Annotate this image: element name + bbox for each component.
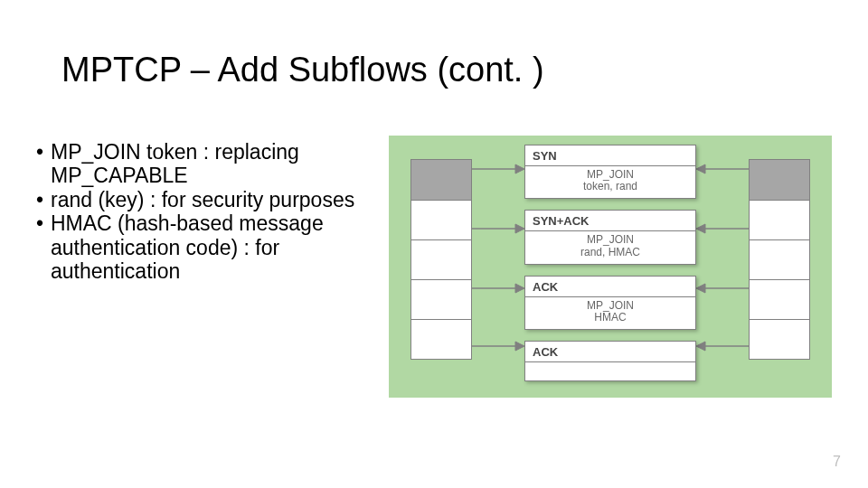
message-option: MP_JOINHMAC [525,297,695,324]
bullet-item: • HMAC (hash-based message authenticatio… [36,211,380,283]
slide: MPTCP – Add Subflows (cont. ) • MP_JOIN … [0,0,868,488]
arrow-right-icon [472,338,524,354]
message-option: MP_JOINrand, HMAC [525,231,695,258]
arrow-left-icon [696,338,749,354]
host-a-head [410,159,472,201]
host-b-slot [749,320,810,360]
bullet-dot: • [36,140,51,188]
message-box: SYN+ACK MP_JOINrand, HMAC [524,210,696,264]
message-box: ACK MP_JOINHMAC [524,276,696,330]
handshake-diagram: SYN MP_JOINtoken, rand SYN+ACK MP_JOINra… [389,136,832,398]
host-b-slot [749,201,810,240]
message-option: MP_JOINtoken, rand [525,166,695,192]
bullet-list: • MP_JOIN token : replacing MP_CAPABLE •… [36,140,380,284]
slide-title: MPTCP – Add Subflows (cont. ) [61,51,544,89]
svg-marker-1 [515,164,524,174]
svg-marker-13 [515,342,524,351]
host-a-stack [410,159,472,360]
arrow-left-icon [696,280,749,296]
bullet-dot: • [36,211,51,283]
arrow-right-icon [472,280,524,296]
arrow-left-icon [696,221,749,237]
bullet-item: • MP_JOIN token : replacing MP_CAPABLE [36,140,380,188]
host-a-slot [410,240,472,280]
arrow-right-icon [472,221,524,237]
host-b-slot [749,280,810,320]
svg-marker-15 [696,342,705,351]
bullet-dot: • [36,188,51,211]
host-a-slot [410,320,472,360]
message-box: ACK [524,341,696,381]
svg-marker-9 [515,284,524,293]
bullet-text: HMAC (hash-based message authentication … [51,211,380,283]
message-column: SYN MP_JOINtoken, rand SYN+ACK MP_JOINra… [524,145,696,392]
bullet-item: • rand (key) : for security purposes [36,188,380,211]
svg-marker-11 [696,284,705,293]
message-header: SYN [525,147,695,166]
bullet-text: MP_JOIN token : replacing MP_CAPABLE [51,140,380,188]
arrow-left-icon [696,161,749,177]
svg-marker-7 [696,224,705,233]
host-b-head [749,159,810,201]
arrow-right-icon [472,161,524,177]
bullet-text: rand (key) : for security purposes [51,188,380,211]
svg-marker-5 [515,224,524,233]
host-a-slot [410,201,472,240]
message-box: SYN MP_JOINtoken, rand [524,145,696,199]
host-a-slot [410,280,472,320]
page-number: 7 [833,454,841,470]
svg-marker-3 [696,164,705,174]
host-b-slot [749,240,810,280]
message-header: ACK [525,278,695,297]
message-header: SYN+ACK [525,212,695,231]
host-b-stack [749,159,810,360]
message-header: ACK [525,343,695,362]
